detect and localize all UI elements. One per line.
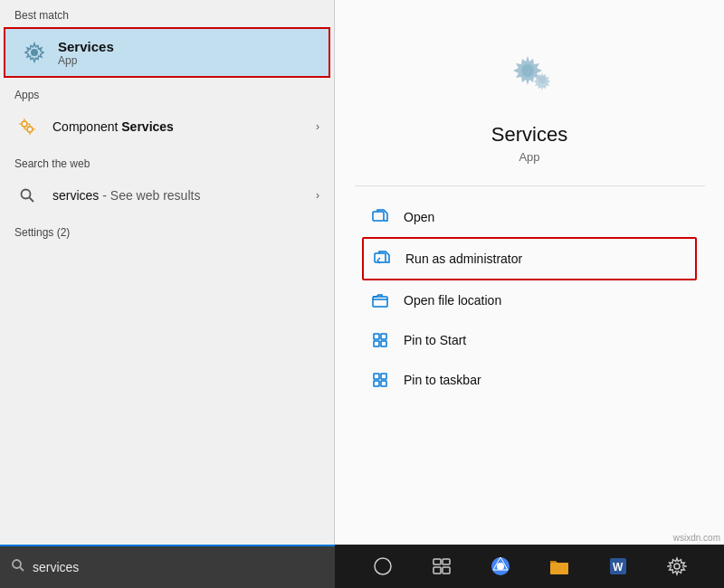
- taskbar-icons: W: [335, 552, 724, 581]
- taskbar: services: [0, 545, 724, 588]
- web-arrow: ›: [316, 189, 319, 202]
- watermark: wsixdn.com: [673, 533, 720, 543]
- web-suffix: - See web results: [102, 188, 200, 203]
- svg-point-2: [27, 127, 33, 132]
- svg-point-20: [375, 558, 391, 574]
- taskbar-search-bar[interactable]: services: [0, 545, 335, 588]
- pin-to-taskbar-label: Pin to taskbar: [404, 373, 481, 387]
- run-as-admin-icon: [371, 248, 393, 270]
- open-action[interactable]: Open: [362, 197, 697, 237]
- apps-label: Apps: [0, 80, 334, 105]
- open-icon: [369, 206, 391, 228]
- component-services-arrow: ›: [316, 120, 319, 133]
- svg-point-0: [31, 49, 38, 56]
- svg-rect-17: [381, 381, 386, 386]
- svg-rect-23: [433, 567, 441, 574]
- web-query: services: [52, 188, 99, 203]
- component-services-label: Component Services: [52, 119, 316, 134]
- taskbar-search-text: services: [33, 560, 79, 574]
- file-explorer-icon[interactable]: [545, 552, 574, 581]
- svg-line-19: [20, 567, 24, 571]
- svg-rect-7: [373, 212, 384, 221]
- taskbar-search-icon: [11, 558, 25, 576]
- svg-point-26: [497, 563, 504, 570]
- svg-rect-21: [433, 559, 441, 564]
- settings-label: Settings (2): [0, 217, 334, 242]
- svg-rect-12: [374, 341, 379, 346]
- svg-text:W: W: [613, 561, 624, 574]
- component-services-icon: [14, 114, 40, 139]
- component-services-item[interactable]: Component Services ›: [0, 105, 334, 148]
- divider: [355, 185, 705, 186]
- svg-rect-10: [374, 334, 379, 339]
- best-match-label: Best match: [0, 0, 334, 25]
- left-panel: Best match Services App Apps: [0, 0, 335, 545]
- app-title: Services: [491, 123, 567, 147]
- web-label: Search the web: [0, 148, 334, 174]
- pin-to-start-icon: [369, 329, 391, 351]
- svg-line-4: [30, 198, 34, 203]
- svg-rect-22: [443, 559, 450, 564]
- svg-point-30: [674, 564, 680, 569]
- svg-rect-24: [443, 567, 450, 574]
- app-subtitle: App: [519, 150, 539, 164]
- open-file-location-label: Open file location: [404, 293, 501, 308]
- open-label: Open: [404, 210, 434, 224]
- pin-to-taskbar-icon: [369, 369, 391, 391]
- cortana-icon[interactable]: [368, 552, 397, 581]
- open-file-location-icon: [369, 289, 391, 311]
- task-view-icon[interactable]: [427, 552, 456, 581]
- app-icon-large: [493, 36, 566, 109]
- right-panel: Services App Open: [335, 0, 724, 545]
- svg-rect-16: [374, 381, 379, 386]
- best-match-text: Services App: [58, 39, 114, 67]
- best-match-item[interactable]: Services App: [4, 27, 330, 78]
- web-search-item[interactable]: services - See web results ›: [0, 174, 334, 217]
- best-match-subtitle: App: [58, 54, 114, 67]
- best-match-title: Services: [58, 39, 114, 54]
- pin-to-start-label: Pin to Start: [404, 333, 466, 347]
- svg-point-1: [22, 121, 27, 127]
- search-web-icon: [14, 183, 40, 208]
- svg-rect-15: [381, 374, 386, 379]
- web-search-text: services - See web results: [52, 188, 316, 203]
- svg-point-18: [13, 560, 21, 568]
- svg-rect-9: [373, 297, 387, 307]
- word-icon[interactable]: W: [604, 552, 633, 581]
- svg-rect-14: [374, 374, 379, 379]
- svg-rect-13: [381, 341, 386, 346]
- svg-rect-11: [381, 334, 386, 339]
- chrome-icon[interactable]: [486, 552, 515, 581]
- svg-rect-27: [550, 563, 568, 574]
- pin-to-start-action[interactable]: Pin to Start: [362, 320, 697, 360]
- action-list: Open Run as administrator: [335, 197, 724, 400]
- services-icon: [20, 38, 49, 67]
- settings-icon[interactable]: [662, 552, 691, 581]
- open-file-location-action[interactable]: Open file location: [362, 280, 697, 320]
- run-as-admin-action[interactable]: Run as administrator: [362, 237, 697, 280]
- run-as-admin-label: Run as administrator: [405, 251, 522, 266]
- pin-to-taskbar-action[interactable]: Pin to taskbar: [362, 360, 697, 400]
- svg-point-3: [22, 190, 31, 199]
